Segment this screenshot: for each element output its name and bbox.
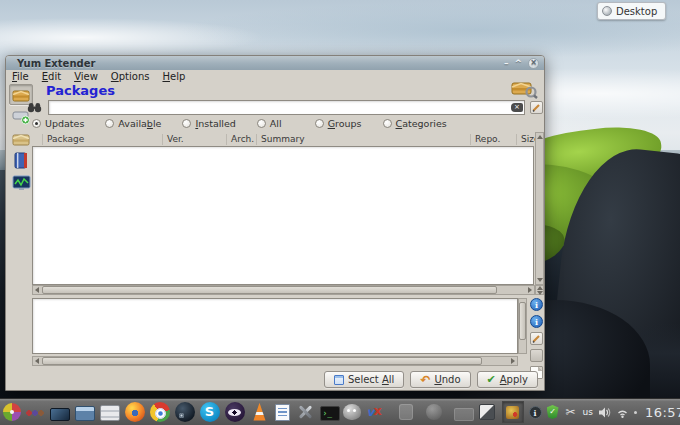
vlc-icon[interactable] (250, 402, 270, 422)
package-table-header: Package Ver. Arch. Summary Repo. Size (32, 132, 535, 146)
scrollbar-thumb[interactable] (519, 302, 526, 340)
package-info-pane[interactable] (32, 298, 518, 354)
volume-icon[interactable] (598, 406, 611, 419)
package-info-icon[interactable]: i (530, 298, 543, 311)
apply-button[interactable]: ✔ Apply (477, 371, 538, 388)
clear-search-icon[interactable]: × (511, 103, 523, 112)
column-arch[interactable]: Arch. (226, 134, 254, 145)
column-summary[interactable]: Summary (256, 134, 305, 145)
filter-groups[interactable]: Groups (315, 118, 362, 129)
package-list-hscrollbar[interactable] (32, 285, 535, 295)
desktop: Desktop Yum Extender – ^ × File Edit Vie… (0, 0, 680, 425)
yumex-package-magnifier-icon (510, 79, 538, 99)
scrollbar-corner (535, 285, 544, 295)
filter-all[interactable]: All (257, 118, 282, 129)
check-cross-icon[interactable] (365, 402, 385, 422)
column-repo[interactable]: Repo. (470, 134, 500, 145)
menu-help[interactable]: Help (162, 71, 185, 82)
file-manager-icon[interactable] (75, 406, 95, 421)
network-icon[interactable] (616, 406, 629, 419)
filter-available[interactable]: Available (105, 118, 161, 129)
groups-icon[interactable] (9, 128, 33, 149)
edit-icon[interactable] (530, 332, 543, 345)
terminal-icon[interactable]: ›_ (320, 406, 340, 421)
steam-icon[interactable] (175, 402, 195, 422)
undo-button[interactable]: ↶ Undo (410, 371, 470, 388)
radio-updates[interactable] (32, 119, 41, 128)
menu-view[interactable]: View (74, 71, 98, 82)
radio-groups[interactable] (315, 119, 324, 128)
radio-all[interactable] (257, 119, 266, 128)
search-input[interactable] (48, 100, 525, 115)
inactive-sphere-icon[interactable] (426, 404, 442, 420)
media-eye-icon[interactable] (225, 402, 245, 422)
info-pane-vscrollbar[interactable] (518, 298, 527, 354)
info-tray-icon[interactable]: i (529, 406, 542, 419)
action-button-row: Select All ↶ Undo ✔ Apply (6, 371, 538, 388)
scroll-left-arrow[interactable] (33, 286, 41, 294)
tray-separator-dot (634, 411, 637, 414)
menu-file[interactable]: File (12, 71, 29, 82)
scroll-up-arrow[interactable] (536, 133, 544, 141)
firefox-icon[interactable] (125, 402, 145, 422)
archive-icon[interactable] (100, 405, 120, 421)
filter-installed[interactable]: Installed (182, 118, 235, 129)
update-info-icon[interactable]: i (530, 315, 543, 328)
edit-search-icon[interactable] (530, 101, 543, 114)
scroll-left-arrow[interactable] (33, 357, 41, 365)
undo-icon: ↶ (420, 375, 430, 385)
scroll-right-arrow[interactable] (509, 357, 517, 365)
inactive-package-icon[interactable] (399, 404, 413, 420)
minimize-button[interactable]: – (504, 58, 509, 68)
history-book-icon[interactable] (9, 150, 33, 171)
gimp-icon[interactable] (343, 404, 361, 420)
output-monitor-icon[interactable] (9, 172, 33, 193)
updater-tray-frame[interactable] (502, 401, 524, 423)
maximize-button[interactable]: ^ (514, 58, 522, 68)
scrollbar-thumb[interactable] (42, 357, 482, 365)
clock[interactable]: 16:57 (645, 405, 680, 420)
package-list[interactable] (32, 146, 534, 285)
menu-options[interactable]: Options (111, 71, 150, 82)
app-menu-icon[interactable] (3, 403, 21, 421)
notes-icon[interactable] (479, 404, 495, 420)
binoculars-icon (27, 102, 42, 113)
package-list-vscrollbar[interactable] (535, 132, 544, 285)
settings-tools-icon[interactable] (295, 402, 315, 422)
shield-check-icon[interactable]: ✓ (547, 405, 559, 419)
updater-tray-icon (506, 406, 519, 419)
column-package[interactable]: Package (42, 134, 84, 145)
writer-icon[interactable] (275, 404, 290, 421)
scrollbar-thumb[interactable] (42, 286, 497, 294)
box-icon[interactable] (530, 349, 543, 362)
filter-row: Updates Available Installed All Groups C… (32, 117, 447, 130)
menubar: File Edit View Options Help (6, 70, 544, 83)
page-title: Packages (46, 83, 115, 98)
info-tool-column: i i (530, 298, 543, 379)
menu-edit[interactable]: Edit (42, 71, 61, 82)
skype-icon[interactable]: S (200, 402, 220, 422)
info-pane-hscrollbar[interactable] (32, 356, 518, 366)
system-tray: i ✓ ✂ us 16:57 (477, 401, 680, 423)
recent-colors-icon[interactable] (25, 402, 45, 422)
scroll-right-arrow[interactable] (526, 286, 534, 294)
scissors-icon[interactable]: ✂ (564, 402, 578, 422)
apply-icon: ✔ (487, 374, 496, 385)
select-all-button[interactable]: Select All (324, 371, 404, 388)
taskbar: S ›_ i ✓ ✂ us (0, 398, 680, 425)
filter-categories[interactable]: Categories (383, 118, 447, 129)
workspace-chip[interactable]: Desktop (597, 2, 666, 20)
window-titlebar[interactable]: Yum Extender – ^ × (6, 56, 544, 70)
inactive-display-icon[interactable] (454, 408, 474, 421)
keyboard-layout-indicator[interactable]: us (583, 407, 593, 417)
show-desktop-icon[interactable] (50, 408, 70, 421)
workspace-chip-label: Desktop (616, 6, 657, 17)
close-button[interactable]: × (528, 58, 539, 69)
scroll-down-arrow[interactable] (536, 276, 544, 284)
radio-available[interactable] (105, 119, 114, 128)
radio-installed[interactable] (182, 119, 191, 128)
filter-updates[interactable]: Updates (32, 118, 84, 129)
radio-categories[interactable] (383, 119, 392, 128)
column-version[interactable]: Ver. (162, 134, 184, 145)
chrome-icon[interactable] (150, 402, 170, 422)
